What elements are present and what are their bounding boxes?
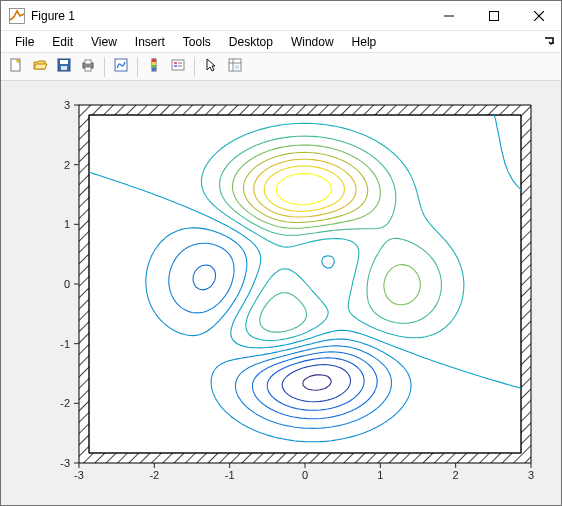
pointer-icon — [203, 57, 219, 76]
svg-rect-16 — [152, 65, 156, 68]
colorbar-icon — [146, 57, 162, 76]
open-button[interactable] — [29, 56, 51, 78]
insert-legend-button[interactable] — [167, 56, 189, 78]
legend-icon — [170, 57, 186, 76]
matlab-figure-icon — [9, 8, 25, 24]
x-tick-label: 1 — [377, 469, 383, 481]
svg-rect-17 — [152, 68, 156, 71]
plot-area: -3-2-10123-3-2-10123 — [1, 81, 561, 505]
y-tick-label: 2 — [64, 159, 70, 171]
x-tick-label: 3 — [528, 469, 534, 481]
axes[interactable]: -3-2-10123-3-2-10123 — [1, 81, 561, 505]
print-icon — [80, 57, 96, 76]
menu-insert[interactable]: Insert — [127, 33, 173, 51]
new-figure-button[interactable] — [5, 56, 27, 78]
y-tick-label: -2 — [60, 397, 70, 409]
y-tick-label: -3 — [60, 457, 70, 469]
toolbar-separator — [104, 57, 105, 77]
x-tick-label: -2 — [149, 469, 159, 481]
minimize-button[interactable] — [426, 1, 471, 30]
svg-rect-8 — [61, 66, 67, 70]
window-controls — [426, 1, 561, 30]
x-tick-label: 0 — [302, 469, 308, 481]
y-tick-label: 3 — [64, 99, 70, 111]
y-tick-label: 1 — [64, 218, 70, 230]
svg-rect-15 — [152, 62, 156, 65]
y-tick-label: -1 — [60, 338, 70, 350]
svg-rect-18 — [172, 60, 184, 70]
maximize-button[interactable] — [471, 1, 516, 30]
figure-window: Figure 1 FileEditViewInsertToolsDesktopW… — [0, 0, 562, 506]
edit-plot-button[interactable] — [200, 56, 222, 78]
svg-rect-11 — [85, 67, 91, 71]
property-icon — [227, 57, 243, 76]
open-property-editor-button[interactable] — [224, 56, 246, 78]
toolbar — [1, 53, 561, 81]
svg-rect-2 — [489, 11, 498, 20]
close-button[interactable] — [516, 1, 561, 30]
x-tick-label: -3 — [74, 469, 84, 481]
insert-colorbar-button[interactable] — [143, 56, 165, 78]
new-icon — [8, 57, 24, 76]
menu-window[interactable]: Window — [283, 33, 342, 51]
save-button[interactable] — [53, 56, 75, 78]
svg-rect-10 — [85, 60, 91, 64]
svg-rect-26 — [235, 65, 239, 69]
svg-rect-7 — [60, 60, 68, 64]
y-tick-label: 0 — [64, 278, 70, 290]
link-plot-button[interactable] — [110, 56, 132, 78]
svg-rect-14 — [152, 59, 156, 62]
toolbar-separator — [194, 57, 195, 77]
dock-arrow-icon[interactable] — [543, 34, 555, 49]
menu-tools[interactable]: Tools — [175, 33, 219, 51]
open-icon — [32, 57, 48, 76]
menu-file[interactable]: File — [7, 33, 42, 51]
x-tick-label: 2 — [453, 469, 459, 481]
window-title: Figure 1 — [31, 9, 75, 23]
x-tick-label: -1 — [225, 469, 235, 481]
print-button[interactable] — [77, 56, 99, 78]
save-icon — [56, 57, 72, 76]
menu-desktop[interactable]: Desktop — [221, 33, 281, 51]
title-bar: Figure 1 — [1, 1, 561, 31]
toolbar-separator — [137, 57, 138, 77]
link-icon — [113, 57, 129, 76]
menu-bar: FileEditViewInsertToolsDesktopWindowHelp — [1, 31, 561, 53]
menu-help[interactable]: Help — [344, 33, 385, 51]
menu-edit[interactable]: Edit — [44, 33, 81, 51]
menu-view[interactable]: View — [83, 33, 125, 51]
